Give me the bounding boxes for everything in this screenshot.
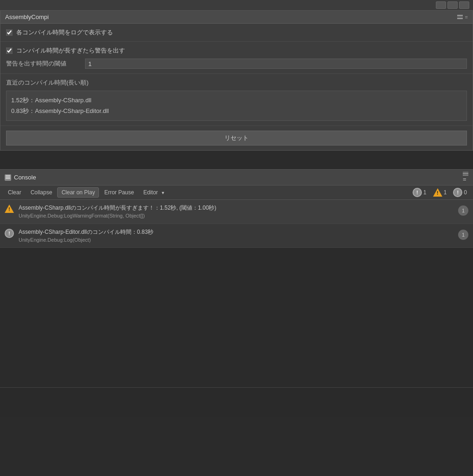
top-bar (0, 0, 473, 10)
top-bar-btn-3[interactable] (459, 1, 469, 9)
info-badge[interactable]: 0 (451, 187, 469, 198)
console-log: Assembly-CSharp.dllのコンパイル時間が長すぎます！：1.52秒… (0, 200, 473, 248)
badge-group: 1 1 0 (410, 187, 469, 198)
checkbox1-input[interactable] (6, 29, 13, 36)
reset-section: リセット (0, 126, 473, 150)
console-title-bar: Console = (0, 170, 473, 186)
editor-dropdown-arrow: ▼ (161, 191, 165, 195)
editor-label: Editor (143, 189, 158, 196)
console-title: Console (5, 174, 36, 181)
assembly-panel: AssemblyCompi = 各コンパイル時間をログで表示する コンパイル時間… (0, 10, 473, 151)
footer-panel (0, 387, 473, 417)
reset-button[interactable]: リセット (6, 131, 467, 145)
log-entry-0-count: 1 (458, 205, 468, 216)
threshold-input[interactable] (85, 59, 467, 69)
warn-count: 1 (444, 189, 447, 196)
checkbox2-row[interactable]: コンパイル時間が長すぎたら警告を出す (6, 46, 467, 55)
log-entry-0-icon (5, 205, 14, 214)
checkbox1-label: 各コンパイル時間をログで表示する (16, 28, 113, 37)
log-entry-0-text: Assembly-CSharp.dllのコンパイル時間が長すぎます！：1.52秒… (19, 204, 453, 220)
hamburger-icon (457, 15, 463, 19)
info-count: 0 (464, 189, 467, 196)
log-entry-1[interactable]: Assembly-CSharp-Editor.dllのコンパイル時間：0.83秒… (0, 224, 473, 248)
warn-badge[interactable]: 1 (431, 188, 449, 197)
bottom-empty-area (0, 248, 473, 387)
checkbox2-section: コンパイル時間が長すぎたら警告を出す 警告を出す時間の閾値 (0, 42, 473, 74)
log-entry-1-count: 1 (458, 230, 468, 240)
warn-icon-0 (5, 205, 14, 213)
clear-on-play-button[interactable]: Clear on Play (57, 187, 99, 198)
top-bar-btn-1[interactable] (436, 1, 446, 9)
compile-time-item-0: 1.52秒：Assembly-CSharp.dll (11, 95, 462, 106)
info-icon-1 (5, 229, 14, 238)
console-menu-icon[interactable]: = (463, 172, 468, 183)
console-icon (5, 174, 11, 181)
top-bar-btn-2[interactable] (447, 1, 458, 9)
threshold-row: 警告を出す時間の閾値 (6, 59, 467, 69)
info-badge-icon (453, 188, 462, 197)
compile-times-heading: 直近のコンパイル時間(長い順) (6, 79, 467, 87)
editor-dropdown-button[interactable]: Editor ▼ (139, 187, 169, 198)
clear-button[interactable]: Clear (4, 187, 26, 198)
assembly-panel-title: AssemblyCompi (5, 13, 49, 20)
checkbox1-section: 各コンパイル時間をログで表示する (0, 24, 473, 42)
error-pause-button[interactable]: Error Pause (100, 187, 138, 198)
compile-times-section: 直近のコンパイル時間(長い順) 1.52秒：Assembly-CSharp.dl… (0, 74, 473, 126)
checkbox1-row[interactable]: 各コンパイル時間をログで表示する (6, 28, 467, 37)
panel-spacer (0, 151, 473, 169)
compile-times-box: 1.52秒：Assembly-CSharp.dll 0.83秒：Assembly… (6, 91, 467, 121)
error-badge-icon (413, 188, 422, 197)
warn-badge-icon (433, 188, 442, 197)
checkbox2-label: コンパイル時間が長すぎたら警告を出す (16, 46, 125, 55)
checkbox2-input[interactable] (6, 47, 13, 54)
compile-time-item-1: 0.83秒：Assembly-CSharp-Editor.dll (11, 106, 462, 116)
assembly-title-bar: AssemblyCompi = (0, 11, 473, 24)
log-entry-0-main: Assembly-CSharp.dllのコンパイル時間が長すぎます！：1.52秒… (19, 204, 453, 212)
threshold-label: 警告を出す時間の閾値 (6, 60, 80, 68)
console-toolbar: Clear Collapse Clear on Play Error Pause… (0, 185, 473, 200)
log-entry-0[interactable]: Assembly-CSharp.dllのコンパイル時間が長すぎます！：1.52秒… (0, 200, 473, 224)
console-title-text: Console (14, 174, 36, 181)
log-entry-1-sub: UnityEngine.Debug:Log(Object) (19, 236, 453, 244)
assembly-menu-icon[interactable]: = (457, 14, 468, 20)
console-hamburger-icon (463, 172, 468, 176)
log-entry-1-icon (5, 229, 14, 238)
log-entry-1-main: Assembly-CSharp-Editor.dllのコンパイル時間：0.83秒 (19, 228, 453, 236)
log-entry-1-text: Assembly-CSharp-Editor.dllのコンパイル時間：0.83秒… (19, 228, 453, 244)
log-entry-0-sub: UnityEngine.Debug:LogWarningFormat(Strin… (19, 212, 453, 220)
error-badge[interactable]: 1 (410, 187, 429, 198)
collapse-button[interactable]: Collapse (26, 187, 57, 198)
console-panel: Console = Clear Collapse Clear on Play E… (0, 169, 473, 248)
error-count: 1 (423, 189, 427, 196)
